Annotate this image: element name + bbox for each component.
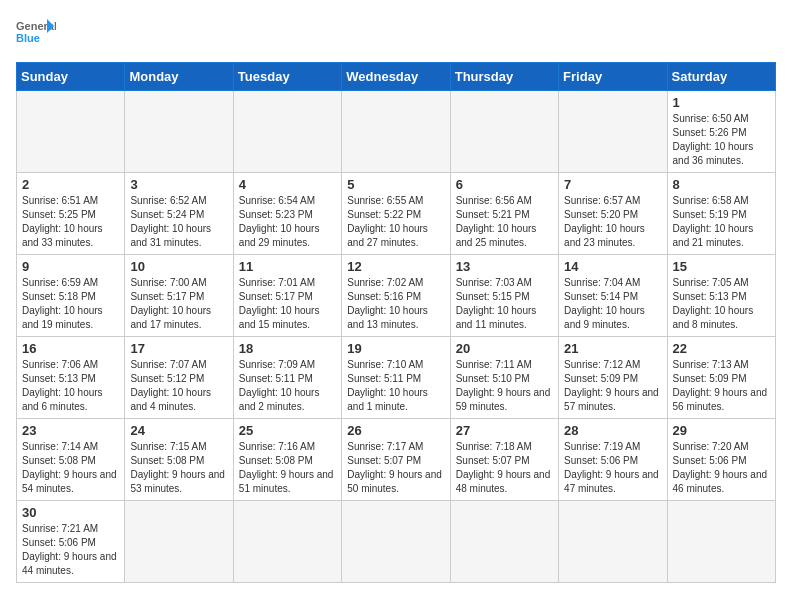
day-info: Sunrise: 7:00 AMSunset: 5:17 PMDaylight:…: [130, 276, 227, 332]
day-number: 5: [347, 177, 444, 192]
day-info: Sunrise: 6:57 AMSunset: 5:20 PMDaylight:…: [564, 194, 661, 250]
day-number: 27: [456, 423, 553, 438]
calendar-table: SundayMondayTuesdayWednesdayThursdayFrid…: [16, 62, 776, 583]
calendar-cell-empty: [559, 501, 667, 583]
day-number: 15: [673, 259, 770, 274]
logo-svg: General Blue: [16, 16, 56, 52]
day-info: Sunrise: 7:02 AMSunset: 5:16 PMDaylight:…: [347, 276, 444, 332]
calendar-cell: 15Sunrise: 7:05 AMSunset: 5:13 PMDayligh…: [667, 255, 775, 337]
day-info: Sunrise: 7:18 AMSunset: 5:07 PMDaylight:…: [456, 440, 553, 496]
day-number: 6: [456, 177, 553, 192]
day-number: 23: [22, 423, 119, 438]
calendar-cell: [233, 91, 341, 173]
calendar-cell: [17, 91, 125, 173]
day-number: 30: [22, 505, 119, 520]
weekday-header-saturday: Saturday: [667, 63, 775, 91]
calendar-cell: 16Sunrise: 7:06 AMSunset: 5:13 PMDayligh…: [17, 337, 125, 419]
day-info: Sunrise: 6:56 AMSunset: 5:21 PMDaylight:…: [456, 194, 553, 250]
calendar-cell: 11Sunrise: 7:01 AMSunset: 5:17 PMDayligh…: [233, 255, 341, 337]
day-info: Sunrise: 7:17 AMSunset: 5:07 PMDaylight:…: [347, 440, 444, 496]
day-info: Sunrise: 7:03 AMSunset: 5:15 PMDaylight:…: [456, 276, 553, 332]
calendar-cell: 6Sunrise: 6:56 AMSunset: 5:21 PMDaylight…: [450, 173, 558, 255]
weekday-header-wednesday: Wednesday: [342, 63, 450, 91]
calendar-cell: [559, 91, 667, 173]
day-info: Sunrise: 7:06 AMSunset: 5:13 PMDaylight:…: [22, 358, 119, 414]
day-info: Sunrise: 6:55 AMSunset: 5:22 PMDaylight:…: [347, 194, 444, 250]
calendar-cell: 9Sunrise: 6:59 AMSunset: 5:18 PMDaylight…: [17, 255, 125, 337]
day-info: Sunrise: 7:16 AMSunset: 5:08 PMDaylight:…: [239, 440, 336, 496]
day-info: Sunrise: 7:20 AMSunset: 5:06 PMDaylight:…: [673, 440, 770, 496]
calendar-cell: 12Sunrise: 7:02 AMSunset: 5:16 PMDayligh…: [342, 255, 450, 337]
calendar-cell: 18Sunrise: 7:09 AMSunset: 5:11 PMDayligh…: [233, 337, 341, 419]
day-info: Sunrise: 7:11 AMSunset: 5:10 PMDaylight:…: [456, 358, 553, 414]
day-info: Sunrise: 6:51 AMSunset: 5:25 PMDaylight:…: [22, 194, 119, 250]
calendar-cell: 27Sunrise: 7:18 AMSunset: 5:07 PMDayligh…: [450, 419, 558, 501]
weekday-header-friday: Friday: [559, 63, 667, 91]
day-info: Sunrise: 6:50 AMSunset: 5:26 PMDaylight:…: [673, 112, 770, 168]
day-info: Sunrise: 7:04 AMSunset: 5:14 PMDaylight:…: [564, 276, 661, 332]
day-number: 16: [22, 341, 119, 356]
day-number: 17: [130, 341, 227, 356]
day-number: 12: [347, 259, 444, 274]
calendar-cell: 29Sunrise: 7:20 AMSunset: 5:06 PMDayligh…: [667, 419, 775, 501]
calendar-cell: 17Sunrise: 7:07 AMSunset: 5:12 PMDayligh…: [125, 337, 233, 419]
calendar-cell: 1Sunrise: 6:50 AMSunset: 5:26 PMDaylight…: [667, 91, 775, 173]
logo: General Blue: [16, 16, 56, 52]
calendar-cell: 3Sunrise: 6:52 AMSunset: 5:24 PMDaylight…: [125, 173, 233, 255]
day-info: Sunrise: 6:52 AMSunset: 5:24 PMDaylight:…: [130, 194, 227, 250]
day-info: Sunrise: 6:59 AMSunset: 5:18 PMDaylight:…: [22, 276, 119, 332]
calendar-cell: 28Sunrise: 7:19 AMSunset: 5:06 PMDayligh…: [559, 419, 667, 501]
day-number: 24: [130, 423, 227, 438]
day-number: 18: [239, 341, 336, 356]
calendar-cell: 2Sunrise: 6:51 AMSunset: 5:25 PMDaylight…: [17, 173, 125, 255]
day-number: 21: [564, 341, 661, 356]
day-info: Sunrise: 7:12 AMSunset: 5:09 PMDaylight:…: [564, 358, 661, 414]
svg-text:Blue: Blue: [16, 32, 40, 44]
day-number: 19: [347, 341, 444, 356]
day-number: 26: [347, 423, 444, 438]
day-number: 20: [456, 341, 553, 356]
day-info: Sunrise: 7:13 AMSunset: 5:09 PMDaylight:…: [673, 358, 770, 414]
day-number: 11: [239, 259, 336, 274]
calendar-cell: 20Sunrise: 7:11 AMSunset: 5:10 PMDayligh…: [450, 337, 558, 419]
day-info: Sunrise: 7:15 AMSunset: 5:08 PMDaylight:…: [130, 440, 227, 496]
calendar-cell-empty: [342, 501, 450, 583]
calendar-cell: [125, 91, 233, 173]
day-info: Sunrise: 7:09 AMSunset: 5:11 PMDaylight:…: [239, 358, 336, 414]
calendar-cell: 4Sunrise: 6:54 AMSunset: 5:23 PMDaylight…: [233, 173, 341, 255]
weekday-header-tuesday: Tuesday: [233, 63, 341, 91]
day-number: 25: [239, 423, 336, 438]
calendar-cell-empty: [667, 501, 775, 583]
page-header: General Blue: [16, 16, 776, 52]
day-number: 7: [564, 177, 661, 192]
calendar-cell: 24Sunrise: 7:15 AMSunset: 5:08 PMDayligh…: [125, 419, 233, 501]
day-number: 4: [239, 177, 336, 192]
day-number: 29: [673, 423, 770, 438]
day-number: 14: [564, 259, 661, 274]
day-info: Sunrise: 7:05 AMSunset: 5:13 PMDaylight:…: [673, 276, 770, 332]
day-number: 3: [130, 177, 227, 192]
calendar-cell: 10Sunrise: 7:00 AMSunset: 5:17 PMDayligh…: [125, 255, 233, 337]
calendar-cell: 19Sunrise: 7:10 AMSunset: 5:11 PMDayligh…: [342, 337, 450, 419]
day-info: Sunrise: 7:10 AMSunset: 5:11 PMDaylight:…: [347, 358, 444, 414]
calendar-cell: 30Sunrise: 7:21 AMSunset: 5:06 PMDayligh…: [17, 501, 125, 583]
weekday-header-sunday: Sunday: [17, 63, 125, 91]
day-number: 2: [22, 177, 119, 192]
day-info: Sunrise: 7:01 AMSunset: 5:17 PMDaylight:…: [239, 276, 336, 332]
calendar-cell: [342, 91, 450, 173]
calendar-cell: 7Sunrise: 6:57 AMSunset: 5:20 PMDaylight…: [559, 173, 667, 255]
weekday-header-thursday: Thursday: [450, 63, 558, 91]
calendar-cell: 26Sunrise: 7:17 AMSunset: 5:07 PMDayligh…: [342, 419, 450, 501]
day-number: 28: [564, 423, 661, 438]
day-info: Sunrise: 7:07 AMSunset: 5:12 PMDaylight:…: [130, 358, 227, 414]
calendar-cell-empty: [233, 501, 341, 583]
day-number: 8: [673, 177, 770, 192]
day-info: Sunrise: 7:21 AMSunset: 5:06 PMDaylight:…: [22, 522, 119, 578]
day-info: Sunrise: 6:54 AMSunset: 5:23 PMDaylight:…: [239, 194, 336, 250]
calendar-cell: 13Sunrise: 7:03 AMSunset: 5:15 PMDayligh…: [450, 255, 558, 337]
weekday-header-monday: Monday: [125, 63, 233, 91]
calendar-cell: 22Sunrise: 7:13 AMSunset: 5:09 PMDayligh…: [667, 337, 775, 419]
calendar-cell: 14Sunrise: 7:04 AMSunset: 5:14 PMDayligh…: [559, 255, 667, 337]
calendar-cell: 25Sunrise: 7:16 AMSunset: 5:08 PMDayligh…: [233, 419, 341, 501]
calendar-cell: 5Sunrise: 6:55 AMSunset: 5:22 PMDaylight…: [342, 173, 450, 255]
